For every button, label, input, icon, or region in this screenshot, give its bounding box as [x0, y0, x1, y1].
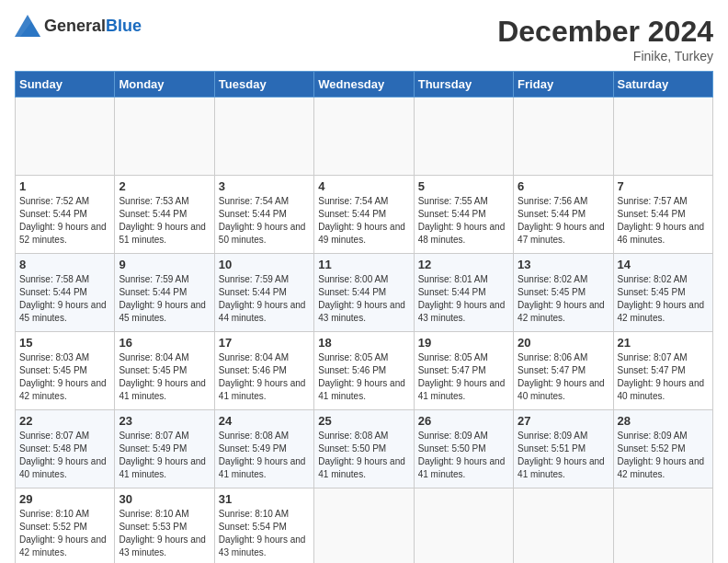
- day-detail: Sunrise: 8:03 AMSunset: 5:45 PMDaylight:…: [19, 351, 110, 403]
- week-row-0: [16, 98, 713, 176]
- week-row-1: 1Sunrise: 7:52 AMSunset: 5:44 PMDaylight…: [16, 176, 713, 254]
- day-detail: Sunrise: 8:08 AMSunset: 5:49 PMDaylight:…: [219, 430, 310, 481]
- day-detail: Sunrise: 8:05 AMSunset: 5:47 PMDaylight:…: [418, 351, 509, 403]
- day-number: 22: [19, 414, 110, 428]
- day-number: 19: [418, 336, 509, 350]
- day-detail: Sunrise: 8:10 AMSunset: 5:53 PMDaylight:…: [119, 508, 210, 559]
- day-number: 13: [518, 258, 609, 271]
- day-number: 14: [618, 258, 709, 271]
- calendar-cell: [314, 98, 414, 176]
- header: GeneralBlue December 2024 Finike, Turkey: [15, 15, 713, 63]
- day-detail: Sunrise: 8:09 AMSunset: 5:50 PMDaylight:…: [418, 430, 509, 481]
- logo-general: General: [44, 17, 106, 35]
- day-number: 17: [219, 336, 310, 350]
- calendar-cell: 18Sunrise: 8:05 AMSunset: 5:46 PMDayligh…: [314, 332, 414, 410]
- col-monday: Monday: [115, 72, 214, 98]
- calendar-cell: 14Sunrise: 8:02 AMSunset: 5:45 PMDayligh…: [613, 254, 712, 332]
- week-row-4: 22Sunrise: 8:07 AMSunset: 5:48 PMDayligh…: [16, 410, 713, 488]
- day-number: 7: [618, 179, 709, 193]
- calendar-cell: 23Sunrise: 8:07 AMSunset: 5:49 PMDayligh…: [115, 410, 214, 488]
- calendar-cell: 28Sunrise: 8:09 AMSunset: 5:52 PMDayligh…: [613, 410, 712, 488]
- calendar-cell: 6Sunrise: 7:56 AMSunset: 5:44 PMDaylight…: [514, 176, 613, 254]
- calendar-cell: 8Sunrise: 7:58 AMSunset: 5:44 PMDaylight…: [16, 254, 115, 332]
- day-number: 8: [19, 258, 110, 271]
- col-sunday: Sunday: [16, 72, 115, 98]
- calendar-cell: [613, 98, 712, 176]
- calendar-cell: [16, 98, 115, 176]
- logo-icon: [15, 15, 40, 37]
- calendar-cell: 10Sunrise: 7:59 AMSunset: 5:44 PMDayligh…: [214, 254, 313, 332]
- day-number: 25: [318, 414, 409, 428]
- calendar-cell: 3Sunrise: 7:54 AMSunset: 5:44 PMDaylight…: [214, 176, 313, 254]
- calendar-cell: 1Sunrise: 7:52 AMSunset: 5:44 PMDaylight…: [16, 176, 115, 254]
- day-number: 12: [418, 258, 509, 271]
- calendar-cell: 27Sunrise: 8:09 AMSunset: 5:51 PMDayligh…: [514, 410, 613, 488]
- day-number: 6: [518, 179, 609, 193]
- day-detail: Sunrise: 8:04 AMSunset: 5:45 PMDaylight:…: [119, 351, 210, 403]
- calendar-cell: 2Sunrise: 7:53 AMSunset: 5:44 PMDaylight…: [115, 176, 214, 254]
- day-detail: Sunrise: 7:56 AMSunset: 5:44 PMDaylight:…: [518, 195, 609, 247]
- calendar-cell: 12Sunrise: 8:01 AMSunset: 5:44 PMDayligh…: [414, 254, 513, 332]
- calendar-cell: 31Sunrise: 8:10 AMSunset: 5:54 PMDayligh…: [214, 488, 313, 564]
- title-area: December 2024 Finike, Turkey: [497, 15, 713, 63]
- calendar-cell: [115, 98, 214, 176]
- day-detail: Sunrise: 8:09 AMSunset: 5:51 PMDaylight:…: [518, 430, 609, 481]
- calendar-cell: 24Sunrise: 8:08 AMSunset: 5:49 PMDayligh…: [214, 410, 313, 488]
- calendar-cell: 16Sunrise: 8:04 AMSunset: 5:45 PMDayligh…: [115, 332, 214, 410]
- day-number: 16: [119, 336, 210, 350]
- week-row-2: 8Sunrise: 7:58 AMSunset: 5:44 PMDaylight…: [16, 254, 713, 332]
- calendar-cell: [514, 98, 613, 176]
- day-number: 31: [219, 492, 310, 506]
- calendar-cell: [613, 488, 712, 564]
- day-number: 2: [119, 179, 210, 193]
- day-detail: Sunrise: 8:10 AMSunset: 5:52 PMDaylight:…: [19, 508, 110, 559]
- calendar-cell: 17Sunrise: 8:04 AMSunset: 5:46 PMDayligh…: [214, 332, 313, 410]
- day-number: 1: [19, 179, 110, 193]
- calendar-cell: [514, 488, 613, 564]
- calendar-cell: 11Sunrise: 8:00 AMSunset: 5:44 PMDayligh…: [314, 254, 414, 332]
- day-number: 29: [19, 492, 110, 506]
- day-number: 27: [518, 414, 609, 428]
- calendar-cell: 19Sunrise: 8:05 AMSunset: 5:47 PMDayligh…: [414, 332, 513, 410]
- day-detail: Sunrise: 8:04 AMSunset: 5:46 PMDaylight:…: [219, 351, 310, 403]
- day-number: 21: [618, 336, 709, 350]
- col-tuesday: Tuesday: [214, 72, 313, 98]
- day-detail: Sunrise: 7:52 AMSunset: 5:44 PMDaylight:…: [19, 195, 110, 247]
- calendar-cell: 13Sunrise: 8:02 AMSunset: 5:45 PMDayligh…: [514, 254, 613, 332]
- day-detail: Sunrise: 8:06 AMSunset: 5:47 PMDaylight:…: [518, 351, 609, 403]
- day-detail: Sunrise: 8:07 AMSunset: 5:47 PMDaylight:…: [618, 351, 709, 403]
- col-friday: Friday: [514, 72, 613, 98]
- day-detail: Sunrise: 7:58 AMSunset: 5:44 PMDaylight:…: [19, 273, 110, 325]
- day-detail: Sunrise: 7:54 AMSunset: 5:44 PMDaylight:…: [318, 195, 409, 247]
- calendar-cell: 9Sunrise: 7:59 AMSunset: 5:44 PMDaylight…: [115, 254, 214, 332]
- day-number: 23: [119, 414, 210, 428]
- day-detail: Sunrise: 8:00 AMSunset: 5:44 PMDaylight:…: [318, 273, 409, 325]
- day-detail: Sunrise: 8:07 AMSunset: 5:48 PMDaylight:…: [19, 430, 110, 481]
- calendar-cell: [214, 98, 313, 176]
- day-number: 5: [418, 179, 509, 193]
- day-number: 3: [219, 179, 310, 193]
- calendar-cell: 29Sunrise: 8:10 AMSunset: 5:52 PMDayligh…: [16, 488, 115, 564]
- week-row-3: 15Sunrise: 8:03 AMSunset: 5:45 PMDayligh…: [16, 332, 713, 410]
- col-saturday: Saturday: [613, 72, 712, 98]
- logo: GeneralBlue: [15, 15, 142, 37]
- day-detail: Sunrise: 8:07 AMSunset: 5:49 PMDaylight:…: [119, 430, 210, 481]
- calendar-cell: 20Sunrise: 8:06 AMSunset: 5:47 PMDayligh…: [514, 332, 613, 410]
- day-detail: Sunrise: 8:08 AMSunset: 5:50 PMDaylight:…: [318, 430, 409, 481]
- calendar-cell: [314, 488, 414, 564]
- day-number: 18: [318, 336, 409, 350]
- calendar-cell: [414, 488, 513, 564]
- day-number: 26: [418, 414, 509, 428]
- day-detail: Sunrise: 7:59 AMSunset: 5:44 PMDaylight:…: [119, 273, 210, 325]
- day-detail: Sunrise: 8:02 AMSunset: 5:45 PMDaylight:…: [518, 273, 609, 325]
- calendar-cell: 5Sunrise: 7:55 AMSunset: 5:44 PMDaylight…: [414, 176, 513, 254]
- day-number: 30: [119, 492, 210, 506]
- calendar-cell: 15Sunrise: 8:03 AMSunset: 5:45 PMDayligh…: [16, 332, 115, 410]
- day-number: 15: [19, 336, 110, 350]
- calendar-cell: 4Sunrise: 7:54 AMSunset: 5:44 PMDaylight…: [314, 176, 414, 254]
- calendar-cell: 21Sunrise: 8:07 AMSunset: 5:47 PMDayligh…: [613, 332, 712, 410]
- day-detail: Sunrise: 8:10 AMSunset: 5:54 PMDaylight:…: [219, 508, 310, 559]
- day-number: 24: [219, 414, 310, 428]
- month-title: December 2024: [497, 15, 713, 49]
- header-row: SundayMondayTuesdayWednesdayThursdayFrid…: [16, 72, 713, 98]
